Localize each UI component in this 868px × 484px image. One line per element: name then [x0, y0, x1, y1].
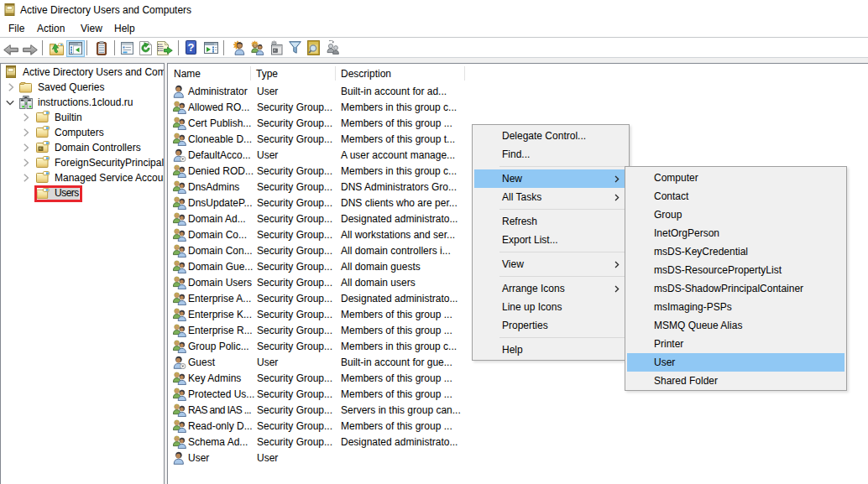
svg-text:?: ? — [188, 41, 195, 54]
